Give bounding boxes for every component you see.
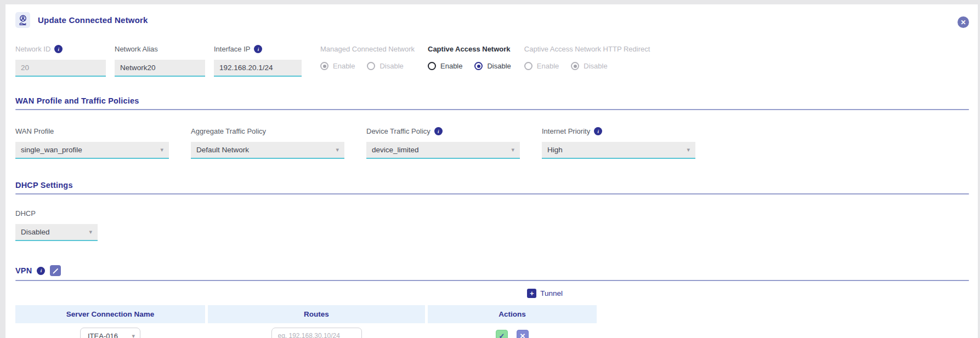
http-redirect-disable-radio: Disable bbox=[571, 62, 607, 70]
section-divider bbox=[15, 109, 969, 110]
select-value: single_wan_profile bbox=[21, 146, 82, 154]
captive-network-enable-radio[interactable]: Enable bbox=[428, 62, 462, 70]
basic-fields-row: Network ID i 20 Network Alias Network20 … bbox=[15, 44, 969, 77]
interface-ip-field: Interface IP i 192.168.20.1/24 bbox=[214, 44, 302, 77]
radio-option-label: Enable bbox=[440, 62, 462, 70]
chevron-down-icon: ▾ bbox=[687, 147, 690, 153]
select-value: Disabled bbox=[21, 228, 50, 236]
network-id-label: Network ID bbox=[15, 45, 50, 53]
managed-connected-network-label: Managed Connected Network bbox=[320, 45, 415, 53]
routes-input[interactable] bbox=[271, 328, 362, 338]
wan-profile-select[interactable]: single_wan_profile ▾ bbox=[15, 142, 169, 159]
add-tunnel-label: Tunnel bbox=[540, 289, 563, 297]
device-traffic-policy-field: Device Traffic Policy i device_limited ▾ bbox=[366, 127, 520, 159]
chevron-down-icon: ▾ bbox=[89, 229, 92, 235]
radio-option-label: Disable bbox=[379, 62, 403, 70]
internet-priority-field: Internet Priority i High ▾ bbox=[542, 127, 695, 159]
network-id-field: Network ID i 20 bbox=[15, 44, 106, 77]
vpn-tunnel-table: Server Connection Name Routes Actions IT… bbox=[15, 305, 597, 338]
aggregate-traffic-policy-label: Aggregate Traffic Policy bbox=[191, 127, 266, 135]
column-header-actions: Actions bbox=[428, 305, 597, 323]
dhcp-section-title: DHCP Settings bbox=[15, 181, 969, 190]
network-alias-field: Network Alias Network20 bbox=[115, 44, 205, 77]
chevron-down-icon: ▾ bbox=[132, 333, 135, 338]
aggregate-traffic-policy-field: Aggregate Traffic Policy Default Network… bbox=[191, 127, 344, 159]
dhcp-field: DHCP Disabled ▾ bbox=[15, 209, 98, 241]
http-redirect-enable-radio: Enable bbox=[524, 62, 559, 70]
table-row: ITEA-016 ▾ ✓ ✕ bbox=[15, 323, 597, 338]
interface-ip-input[interactable]: 192.168.20.1/24 bbox=[214, 60, 302, 77]
radio-unselected-icon bbox=[524, 62, 533, 70]
vpn-section: VPN i + Tunnel Server Connection Name Ro… bbox=[15, 265, 969, 338]
confirm-tunnel-button[interactable]: ✓ bbox=[496, 330, 508, 338]
radio-selected-icon bbox=[320, 62, 328, 70]
table-header-row: Server Connection Name Routes Actions bbox=[15, 305, 597, 323]
close-glyph: ✕ bbox=[960, 19, 966, 26]
column-header-server-connection: Server Connection Name bbox=[15, 305, 205, 323]
device-traffic-policy-label: Device Traffic Policy bbox=[366, 127, 430, 135]
radio-option-label: Disable bbox=[487, 62, 511, 70]
internet-priority-label: Internet Priority bbox=[542, 127, 590, 135]
captive-access-network-label: Captive Access Network bbox=[428, 45, 511, 53]
wan-profile-field: WAN Profile single_wan_profile ▾ bbox=[15, 127, 169, 159]
connected-network-icon bbox=[15, 12, 30, 28]
captive-http-redirect-group: Captive Access Network HTTP Redirect Ena… bbox=[524, 44, 650, 77]
managed-network-enable-radio: Enable bbox=[320, 62, 355, 70]
select-value: High bbox=[547, 146, 563, 154]
info-icon[interactable]: i bbox=[37, 267, 45, 275]
select-value: Default Network bbox=[196, 146, 249, 154]
add-tunnel-button[interactable]: + Tunnel bbox=[527, 289, 563, 298]
managed-network-disable-radio: Disable bbox=[367, 62, 403, 70]
select-value: ITEA-016 bbox=[88, 332, 118, 338]
radio-selected-icon bbox=[474, 62, 483, 70]
chevron-down-icon: ▾ bbox=[160, 147, 163, 153]
wan-section-title: WAN Profile and Traffic Policies bbox=[15, 96, 969, 105]
close-icon: ✕ bbox=[520, 332, 526, 338]
check-icon: ✓ bbox=[499, 332, 505, 338]
dhcp-label: DHCP bbox=[15, 209, 36, 217]
info-icon[interactable]: i bbox=[254, 45, 262, 53]
aggregate-traffic-policy-select[interactable]: Default Network ▾ bbox=[191, 142, 344, 159]
network-alias-label: Network Alias bbox=[115, 45, 158, 53]
radio-option-label: Enable bbox=[537, 62, 559, 70]
column-header-routes: Routes bbox=[208, 305, 425, 323]
radio-unselected-icon bbox=[367, 62, 375, 70]
vpn-section-title: VPN bbox=[15, 266, 32, 275]
dhcp-select[interactable]: Disabled ▾ bbox=[15, 224, 98, 241]
wan-section: WAN Profile and Traffic Policies WAN Pro… bbox=[15, 96, 969, 159]
chevron-down-icon: ▾ bbox=[336, 147, 339, 153]
network-alias-input[interactable]: Network20 bbox=[115, 60, 205, 77]
network-id-input: 20 bbox=[15, 60, 106, 77]
dialog-title: Update Connected Network bbox=[38, 15, 148, 25]
radio-selected-icon bbox=[571, 62, 579, 70]
captive-access-network-group: Captive Access Network Enable Disable bbox=[428, 44, 511, 77]
captive-network-disable-radio[interactable]: Disable bbox=[474, 62, 511, 70]
plus-icon: + bbox=[527, 289, 536, 298]
select-value: device_limited bbox=[372, 146, 419, 154]
server-connection-select[interactable]: ITEA-016 ▾ bbox=[80, 328, 140, 338]
section-divider bbox=[15, 280, 969, 281]
internet-priority-select[interactable]: High ▾ bbox=[542, 142, 695, 159]
interface-ip-label: Interface IP bbox=[214, 45, 250, 53]
wan-profile-label: WAN Profile bbox=[15, 127, 54, 135]
chevron-down-icon: ▾ bbox=[511, 147, 514, 153]
info-icon[interactable]: i bbox=[594, 127, 602, 135]
edit-vpn-button[interactable] bbox=[50, 265, 61, 276]
info-icon[interactable]: i bbox=[54, 45, 63, 53]
radio-unselected-icon bbox=[428, 62, 436, 70]
device-traffic-policy-select[interactable]: device_limited ▾ bbox=[366, 142, 520, 159]
update-network-dialog: Update Connected Network ✕ Network ID i … bbox=[5, 4, 978, 338]
close-icon[interactable]: ✕ bbox=[958, 16, 969, 28]
managed-connected-network-group: Managed Connected Network Enable Disable bbox=[320, 44, 415, 77]
captive-http-redirect-label: Captive Access Network HTTP Redirect bbox=[524, 45, 650, 53]
section-divider bbox=[15, 193, 969, 194]
info-icon[interactable]: i bbox=[434, 127, 443, 135]
dialog-header: Update Connected Network ✕ bbox=[15, 4, 969, 28]
radio-option-label: Disable bbox=[584, 62, 607, 70]
radio-option-label: Enable bbox=[333, 62, 355, 70]
dhcp-section: DHCP Settings DHCP Disabled ▾ bbox=[15, 181, 969, 241]
remove-tunnel-button[interactable]: ✕ bbox=[517, 330, 529, 338]
